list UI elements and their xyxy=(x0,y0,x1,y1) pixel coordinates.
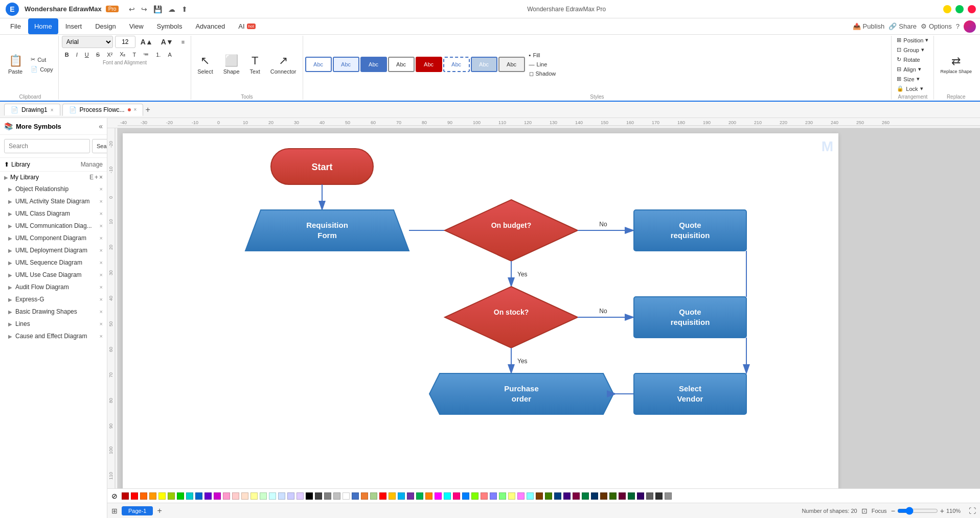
my-library-row[interactable]: ▶ My Library E + × xyxy=(0,172,107,183)
lib-item-uml-activity[interactable]: ▶ UML Activity State Diagram × xyxy=(0,195,107,207)
bullets-button[interactable]: ≔ xyxy=(140,50,152,59)
close-uml-activity[interactable]: × xyxy=(100,198,103,204)
clipboard-paste-button[interactable]: 📋 Paste xyxy=(4,49,27,80)
group-button[interactable]: ⊡ Group ▾ xyxy=(894,45,931,54)
color-swatch-light-gray[interactable] xyxy=(333,492,340,500)
color-swatch-pink-light[interactable] xyxy=(223,492,230,500)
color-swatch-red-dark[interactable] xyxy=(122,492,129,500)
subscript-button[interactable]: X₂ xyxy=(117,50,128,59)
text-style-button[interactable]: T xyxy=(129,51,139,59)
font-color-button[interactable]: A xyxy=(165,51,174,59)
menu-home[interactable]: Home xyxy=(28,18,58,34)
color-swatch-27[interactable] xyxy=(637,492,644,500)
budget-diamond[interactable] xyxy=(445,200,578,261)
superscript-button[interactable]: X² xyxy=(104,51,116,59)
color-swatch-blue-light[interactable] xyxy=(278,492,285,500)
lib-item-audit-flow[interactable]: ▶ Audit Flow Diagram × xyxy=(0,281,107,293)
close-audit-flow[interactable]: × xyxy=(100,284,103,290)
align-btn[interactable]: ⊟ Align ▾ xyxy=(894,65,931,74)
replace-shape-button[interactable]: ⇄ Replace Shape xyxy=(936,49,976,80)
close-lines[interactable]: × xyxy=(100,321,103,327)
color-swatch-1[interactable] xyxy=(398,492,405,500)
cloud-button[interactable]: ☁ xyxy=(166,4,177,14)
close-uml-component[interactable]: × xyxy=(100,235,103,241)
rotate-button[interactable]: ↻ Rotate xyxy=(894,55,931,64)
color-swatch-blue-theme[interactable] xyxy=(352,492,359,500)
font-increase-button[interactable]: A▲ xyxy=(138,37,156,47)
connector-button[interactable]: ↗ Connector xyxy=(266,49,301,80)
lib-item-basic-drawing[interactable]: ▶ Basic Drawing Shapes × xyxy=(0,305,107,318)
style-box-5[interactable]: Abc xyxy=(443,57,470,72)
zoom-out-button[interactable]: − xyxy=(891,507,895,515)
menu-symbols[interactable]: Symbols xyxy=(151,18,189,34)
color-swatch-29[interactable] xyxy=(655,492,663,500)
color-swatch-23[interactable] xyxy=(600,492,607,500)
collapse-panel-button[interactable]: « xyxy=(99,122,103,130)
color-swatch-magenta[interactable] xyxy=(214,492,221,500)
lib-item-uml-use-case[interactable]: ▶ UML Use Case Diagram × xyxy=(0,269,107,281)
fit-icon[interactable]: ⊡ xyxy=(861,507,868,515)
color-swatch-7[interactable] xyxy=(453,492,460,500)
color-swatch-30[interactable] xyxy=(665,492,672,500)
diagram-canvas[interactable]: M xyxy=(123,133,838,488)
zoom-in-button[interactable]: + xyxy=(940,507,944,515)
manage-library-button[interactable]: Manage xyxy=(81,161,103,168)
style-box-4[interactable]: Abc xyxy=(416,57,442,72)
color-swatch-12[interactable] xyxy=(499,492,506,500)
font-size-input[interactable] xyxy=(115,36,135,48)
undo-button[interactable]: ↩ xyxy=(127,4,137,14)
color-swatch-red-theme[interactable] xyxy=(379,492,386,500)
close-object-relationship[interactable]: × xyxy=(100,186,103,192)
fullscreen-button[interactable]: ⛶ xyxy=(969,507,976,515)
color-swatch-20[interactable] xyxy=(573,492,580,500)
my-library-add-btn[interactable]: + xyxy=(95,174,98,181)
color-swatch-17[interactable] xyxy=(545,492,552,500)
color-swatch-lavender[interactable] xyxy=(297,492,304,500)
color-swatch-teal[interactable] xyxy=(186,492,193,500)
options-button[interactable]: ⚙ Options xyxy=(921,22,952,30)
color-swatch-22[interactable] xyxy=(591,492,598,500)
maximize-button[interactable] xyxy=(955,5,964,13)
close-uml-use-case[interactable]: × xyxy=(100,272,103,278)
close-cause-effect[interactable]: × xyxy=(100,333,103,339)
color-swatch-10[interactable] xyxy=(481,492,488,500)
numbering-button[interactable]: 1. xyxy=(153,51,164,59)
color-swatch-yellow[interactable] xyxy=(158,492,166,500)
color-swatch-lime[interactable] xyxy=(168,492,175,500)
color-swatch-orange-dark[interactable] xyxy=(140,492,147,500)
lock-button[interactable]: 🔒 Lock ▾ xyxy=(894,84,931,93)
color-swatch-orange[interactable] xyxy=(149,492,156,500)
shadow-button[interactable]: ◻ Shadow xyxy=(526,69,559,78)
tab-drawing1[interactable]: 📄 Drawing1 × xyxy=(4,104,60,115)
menu-ai[interactable]: AI hot xyxy=(232,18,261,34)
style-box-1[interactable]: Abc xyxy=(333,57,359,72)
page-settings-button[interactable]: ⊞ xyxy=(111,507,118,515)
style-box-3[interactable]: Abc xyxy=(388,57,415,72)
style-box-7[interactable]: Abc xyxy=(498,57,525,72)
size-button[interactable]: ⊞ Size ▾ xyxy=(894,75,931,83)
lib-item-uml-component[interactable]: ▶ UML Component Diagram × xyxy=(0,232,107,244)
text-button[interactable]: T Text xyxy=(246,49,264,80)
color-swatch-red-light[interactable] xyxy=(232,492,239,500)
color-swatch-white[interactable] xyxy=(343,492,350,500)
close-uml-deployment[interactable]: × xyxy=(100,247,103,253)
menu-advanced[interactable]: Advanced xyxy=(189,18,231,34)
search-button[interactable]: Search xyxy=(92,139,107,153)
zoom-slider[interactable] xyxy=(897,507,938,515)
color-swatch-3[interactable] xyxy=(416,492,423,500)
close-basic-drawing[interactable]: × xyxy=(100,309,103,315)
requisition-shape[interactable] xyxy=(245,210,409,251)
clipboard-cut-button[interactable]: ✂ Cut xyxy=(28,55,56,64)
add-tab-button[interactable]: + xyxy=(145,105,150,114)
share-menu-button[interactable]: 🔗 Share xyxy=(888,22,917,30)
close-uml-sequence[interactable]: × xyxy=(100,260,103,266)
underline-button[interactable]: U xyxy=(82,51,92,59)
color-swatch-14[interactable] xyxy=(517,492,525,500)
redo-button[interactable]: ↪ xyxy=(139,4,149,14)
italic-button[interactable]: I xyxy=(73,51,81,59)
user-avatar[interactable] xyxy=(964,20,976,33)
quote-req1-shape[interactable] xyxy=(634,210,746,251)
help-button[interactable]: ? xyxy=(956,22,960,30)
strikethrough-button[interactable]: S xyxy=(93,51,103,59)
color-swatch-15[interactable] xyxy=(527,492,534,500)
